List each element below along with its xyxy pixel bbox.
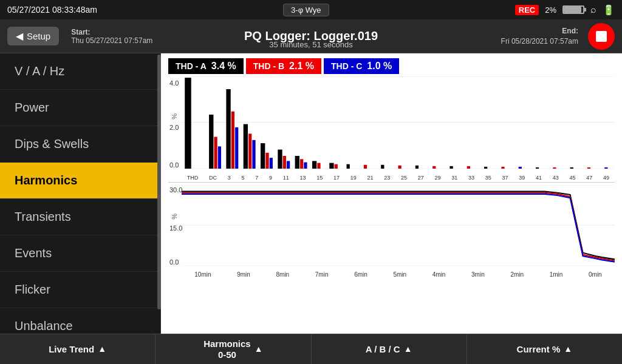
svg-rect-25 [335,164,338,169]
svg-rect-28 [381,165,384,169]
stop-button[interactable] [588,23,615,50]
svg-rect-3 [185,78,191,169]
svg-rect-14 [265,153,268,169]
battery-icon [562,5,584,14]
svg-rect-35 [501,167,504,169]
back-button[interactable]: ◀ Setup [7,27,59,46]
rec-badge: REC [515,5,539,15]
svg-rect-17 [283,156,286,169]
content-area: THD - A 3.4 % THD - B 2.1 % THD - C 1.0 … [161,53,622,334]
wifi-icon: ⌕ [590,4,596,15]
sidebar-item-power[interactable]: Power [0,90,160,126]
a-b-c-button[interactable]: A / B / C ▲ [312,334,467,364]
svg-rect-39 [570,167,573,169]
svg-rect-24 [329,163,333,169]
sidebar-item-dips-swells[interactable]: Dips & Swells [0,126,160,163]
end-value: Fri 05/28/2021 07:57am [501,37,578,46]
back-chevron-icon: ◀ [16,30,23,42]
battery-full-icon: 🔋 [603,4,615,16]
svg-rect-11 [248,133,251,169]
harmonics-0-50-button[interactable]: Harmonics0-50 ▲ [156,334,311,364]
svg-rect-41 [604,167,607,169]
battery-percent: 2% [545,5,556,15]
end-label: End: [562,27,578,35]
svg-rect-12 [252,140,255,169]
bar-chart-xaxis: THDDC35791113151719212325272931333537394… [182,175,615,181]
sidebar-item-transients[interactable]: Transients [0,199,160,235]
battery-fill [564,7,581,13]
thd-a-value: 3.4 % [211,61,236,72]
bottom-toolbar: Live Trend ▲ Harmonics0-50 ▲ A / B / C ▲… [0,334,622,364]
svg-rect-21 [304,163,307,169]
svg-rect-8 [231,112,234,169]
svg-rect-19 [295,156,299,169]
svg-rect-27 [364,165,367,169]
line-chart-xaxis: 10min9min8min7min6min5min4min3min2min1mi… [182,271,615,278]
line-y-min: 0.0 [169,258,179,266]
sidebar-item-unbalance[interactable]: Unbalance [0,308,160,334]
line-chart-svg [182,185,615,266]
current-pct-button[interactable]: Current % ▲ [467,334,622,364]
svg-rect-16 [278,150,282,169]
bar-y-mid: 2.0 [169,124,179,131]
harmonics-0-50-label: Harmonics0-50 [203,339,251,360]
current-pct-arrow-icon: ▲ [564,344,572,354]
a-b-c-label: A / B / C [366,344,400,355]
line-chart: 30.0 15.0 0.0 % 10m [168,185,615,279]
svg-rect-33 [467,166,470,169]
svg-rect-32 [449,166,453,169]
phase-indicator: 3-φ Wye [283,4,329,16]
svg-rect-10 [244,124,248,169]
live-trend-button[interactable]: Live Trend ▲ [0,334,156,364]
bar-y-min: 0.0 [169,161,179,169]
end-info: End: Fri 05/28/2021 07:57am [501,26,578,47]
live-trend-arrow-icon: ▲ [98,344,106,354]
start-label: Start: [71,28,90,36]
sidebar-item-harmonics[interactable]: Harmonics [0,163,160,199]
svg-rect-38 [553,167,556,169]
harmonics-0-50-arrow-icon: ▲ [255,344,263,354]
back-label: Setup [27,31,50,41]
a-b-c-arrow-icon: ▲ [404,344,412,354]
svg-rect-29 [398,166,402,169]
svg-rect-22 [312,161,316,169]
sidebar-item-v-a-hz[interactable]: V / A / Hz [0,53,160,90]
thd-c-badge: THD - C 1.0 % [324,58,399,74]
thd-c-label: THD - C [331,61,362,71]
charts-container: 4.0 2.0 0.0 % [161,76,622,334]
status-bar: 05/27/2021 08:33:48am 3-φ Wye REC 2% ⌕ 🔋 [0,0,622,19]
svg-rect-26 [347,164,350,169]
scroll-handle[interactable] [157,55,161,309]
line-y-max: 30.0 [169,186,182,194]
thd-a-label: THD - A [176,61,207,71]
datetime: 05/27/2021 08:33:48am [7,5,97,15]
bar-y-label: % [171,113,178,120]
sidebar-item-flicker[interactable]: Flicker [0,272,160,308]
thd-row: THD - A 3.4 % THD - B 2.1 % THD - C 1.0 … [161,53,622,76]
sidebar: V / A / Hz Power Dips & Swells Harmonics… [0,53,161,334]
svg-rect-9 [235,127,238,169]
line-y-label: % [171,214,178,220]
status-bar-left: 05/27/2021 08:33:48am [7,5,97,15]
svg-rect-4 [209,115,213,169]
svg-rect-37 [536,167,539,169]
line-y-mid: 15.0 [169,224,182,232]
thd-b-value: 2.1 % [289,61,314,72]
bar-chart: 4.0 2.0 0.0 % [168,76,615,183]
thd-c-value: 1.0 % [367,61,392,72]
thd-b-label: THD - B [253,61,284,71]
sidebar-item-events[interactable]: Events [0,235,160,272]
header-bar: ◀ Setup Start: Thu 05/27/2021 07:57am PQ… [0,19,622,53]
bar-chart-svg [182,76,615,169]
svg-rect-31 [432,166,436,169]
svg-rect-40 [587,167,590,169]
svg-rect-6 [218,146,221,169]
svg-rect-5 [214,137,217,169]
svg-rect-13 [261,143,265,169]
svg-rect-20 [300,159,303,169]
thd-a-badge: THD - A 3.4 % [168,58,244,74]
stop-icon [596,31,607,42]
start-info: Start: Thu 05/27/2021 07:57am [71,28,152,45]
thd-b-badge: THD - B 2.1 % [246,58,321,74]
svg-rect-36 [519,167,522,169]
